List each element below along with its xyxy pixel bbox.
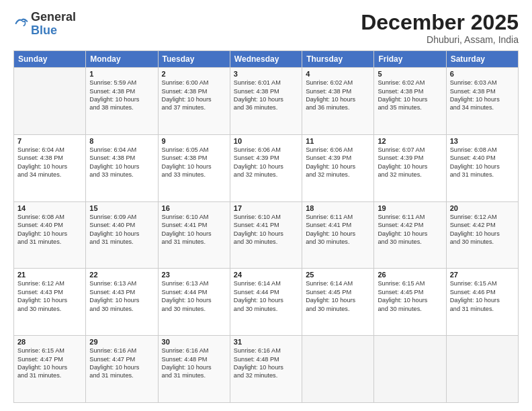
day-number-5: 5 bbox=[378, 70, 442, 78]
day-info-21: Sunrise: 6:12 AM Sunset: 4:43 PM Dayligh… bbox=[17, 279, 82, 313]
header-monday: Monday bbox=[86, 51, 158, 68]
title-area: December 2025 Dhuburi, Assam, India bbox=[361, 11, 519, 45]
day-info-31: Sunrise: 6:16 AM Sunset: 4:48 PM Dayligh… bbox=[234, 347, 298, 380]
header-tuesday: Tuesday bbox=[158, 51, 230, 68]
day-info-20: Sunrise: 6:12 AM Sunset: 4:42 PM Dayligh… bbox=[450, 213, 515, 246]
day-number-1: 1 bbox=[89, 70, 154, 78]
day-info-12: Sunrise: 6:07 AM Sunset: 4:39 PM Dayligh… bbox=[378, 146, 442, 179]
day-info-5: Sunrise: 6:02 AM Sunset: 4:38 PM Dayligh… bbox=[378, 79, 442, 112]
week-row-1: 1Sunrise: 5:59 AM Sunset: 4:38 PM Daylig… bbox=[14, 68, 519, 135]
day-number-14: 14 bbox=[17, 204, 82, 212]
day-number-16: 16 bbox=[162, 204, 226, 212]
cell-w4-d6: 26Sunrise: 6:15 AM Sunset: 4:45 PM Dayli… bbox=[374, 269, 446, 336]
cell-w3-d2: 15Sunrise: 6:09 AM Sunset: 4:40 PM Dayli… bbox=[86, 201, 158, 269]
cell-w3-d1: 14Sunrise: 6:08 AM Sunset: 4:40 PM Dayli… bbox=[14, 201, 86, 269]
day-info-26: Sunrise: 6:15 AM Sunset: 4:45 PM Dayligh… bbox=[378, 279, 442, 313]
cell-w5-d2: 29Sunrise: 6:16 AM Sunset: 4:47 PM Dayli… bbox=[86, 336, 158, 403]
cell-w5-d5 bbox=[302, 336, 374, 403]
location: Dhuburi, Assam, India bbox=[361, 34, 519, 45]
day-info-24: Sunrise: 6:14 AM Sunset: 4:44 PM Dayligh… bbox=[234, 279, 298, 313]
day-info-9: Sunrise: 6:05 AM Sunset: 4:38 PM Dayligh… bbox=[162, 146, 226, 179]
day-number-19: 19 bbox=[378, 204, 442, 212]
logo-icon bbox=[15, 17, 28, 30]
day-number-10: 10 bbox=[234, 137, 298, 145]
header-thursday: Thursday bbox=[302, 51, 374, 68]
day-number-30: 30 bbox=[162, 338, 226, 346]
day-number-6: 6 bbox=[450, 70, 515, 78]
cell-w5-d1: 28Sunrise: 6:15 AM Sunset: 4:47 PM Dayli… bbox=[14, 336, 86, 403]
calendar-table: Sunday Monday Tuesday Wednesday Thursday… bbox=[13, 50, 519, 403]
cell-w4-d2: 22Sunrise: 6:13 AM Sunset: 4:43 PM Dayli… bbox=[86, 269, 158, 336]
cell-w2-d2: 8Sunrise: 6:04 AM Sunset: 4:38 PM Daylig… bbox=[86, 134, 158, 201]
cell-w1-d4: 3Sunrise: 6:01 AM Sunset: 4:38 PM Daylig… bbox=[230, 68, 302, 135]
day-info-28: Sunrise: 6:15 AM Sunset: 4:47 PM Dayligh… bbox=[17, 347, 82, 380]
cell-w3-d3: 16Sunrise: 6:10 AM Sunset: 4:41 PM Dayli… bbox=[158, 201, 230, 269]
day-number-3: 3 bbox=[234, 70, 298, 78]
day-info-16: Sunrise: 6:10 AM Sunset: 4:41 PM Dayligh… bbox=[162, 213, 226, 246]
day-number-20: 20 bbox=[450, 204, 515, 212]
cell-w1-d7: 6Sunrise: 6:03 AM Sunset: 4:38 PM Daylig… bbox=[446, 68, 518, 135]
cell-w2-d7: 13Sunrise: 6:08 AM Sunset: 4:40 PM Dayli… bbox=[446, 134, 518, 201]
day-number-7: 7 bbox=[17, 137, 82, 145]
header-saturday: Saturday bbox=[446, 51, 518, 68]
day-info-27: Sunrise: 6:15 AM Sunset: 4:46 PM Dayligh… bbox=[450, 279, 515, 313]
day-info-22: Sunrise: 6:13 AM Sunset: 4:43 PM Dayligh… bbox=[89, 279, 154, 313]
day-info-14: Sunrise: 6:08 AM Sunset: 4:40 PM Dayligh… bbox=[17, 213, 82, 246]
day-info-7: Sunrise: 6:04 AM Sunset: 4:38 PM Dayligh… bbox=[17, 146, 82, 179]
day-number-11: 11 bbox=[306, 137, 370, 145]
month-title: December 2025 bbox=[361, 11, 519, 34]
cell-w3-d6: 19Sunrise: 6:11 AM Sunset: 4:42 PM Dayli… bbox=[374, 201, 446, 269]
week-row-3: 14Sunrise: 6:08 AM Sunset: 4:40 PM Dayli… bbox=[14, 201, 519, 269]
day-info-3: Sunrise: 6:01 AM Sunset: 4:38 PM Dayligh… bbox=[234, 79, 298, 112]
header-sunday: Sunday bbox=[14, 51, 86, 68]
cell-w1-d2: 1Sunrise: 5:59 AM Sunset: 4:38 PM Daylig… bbox=[86, 68, 158, 135]
cell-w5-d6 bbox=[374, 336, 446, 403]
cell-w3-d4: 17Sunrise: 6:10 AM Sunset: 4:41 PM Dayli… bbox=[230, 201, 302, 269]
cell-w3-d7: 20Sunrise: 6:12 AM Sunset: 4:42 PM Dayli… bbox=[446, 201, 518, 269]
day-info-19: Sunrise: 6:11 AM Sunset: 4:42 PM Dayligh… bbox=[378, 213, 442, 246]
weekday-header-row: Sunday Monday Tuesday Wednesday Thursday… bbox=[14, 51, 519, 68]
day-number-21: 21 bbox=[17, 271, 82, 279]
day-info-10: Sunrise: 6:06 AM Sunset: 4:39 PM Dayligh… bbox=[234, 146, 298, 179]
cell-w2-d3: 9Sunrise: 6:05 AM Sunset: 4:38 PM Daylig… bbox=[158, 134, 230, 201]
cell-w4-d7: 27Sunrise: 6:15 AM Sunset: 4:46 PM Dayli… bbox=[446, 269, 518, 336]
day-info-2: Sunrise: 6:00 AM Sunset: 4:38 PM Dayligh… bbox=[162, 79, 226, 112]
day-info-23: Sunrise: 6:13 AM Sunset: 4:44 PM Dayligh… bbox=[162, 279, 226, 313]
day-number-31: 31 bbox=[234, 338, 298, 346]
day-number-24: 24 bbox=[234, 271, 298, 279]
page-header: General Blue December 2025 Dhuburi, Assa… bbox=[13, 11, 519, 45]
day-number-9: 9 bbox=[162, 137, 226, 145]
day-number-17: 17 bbox=[234, 204, 298, 212]
day-number-27: 27 bbox=[450, 271, 515, 279]
cell-w4-d5: 25Sunrise: 6:14 AM Sunset: 4:45 PM Dayli… bbox=[302, 269, 374, 336]
week-row-2: 7Sunrise: 6:04 AM Sunset: 4:38 PM Daylig… bbox=[14, 134, 519, 201]
day-number-4: 4 bbox=[306, 70, 370, 78]
day-number-29: 29 bbox=[89, 338, 154, 346]
header-wednesday: Wednesday bbox=[230, 51, 302, 68]
logo: General Blue bbox=[13, 11, 76, 38]
day-info-11: Sunrise: 6:06 AM Sunset: 4:39 PM Dayligh… bbox=[306, 146, 370, 179]
cell-w4-d4: 24Sunrise: 6:14 AM Sunset: 4:44 PM Dayli… bbox=[230, 269, 302, 336]
day-info-13: Sunrise: 6:08 AM Sunset: 4:40 PM Dayligh… bbox=[450, 146, 515, 179]
day-number-26: 26 bbox=[378, 271, 442, 279]
day-number-23: 23 bbox=[162, 271, 226, 279]
week-row-5: 28Sunrise: 6:15 AM Sunset: 4:47 PM Dayli… bbox=[14, 336, 519, 403]
cell-w1-d5: 4Sunrise: 6:02 AM Sunset: 4:38 PM Daylig… bbox=[302, 68, 374, 135]
logo-blue-text: Blue bbox=[31, 24, 57, 37]
day-number-13: 13 bbox=[450, 137, 515, 145]
cell-w1-d1 bbox=[14, 68, 86, 135]
cell-w5-d7 bbox=[446, 336, 518, 403]
cell-w4-d1: 21Sunrise: 6:12 AM Sunset: 4:43 PM Dayli… bbox=[14, 269, 86, 336]
cell-w2-d5: 11Sunrise: 6:06 AM Sunset: 4:39 PM Dayli… bbox=[302, 134, 374, 201]
cell-w2-d6: 12Sunrise: 6:07 AM Sunset: 4:39 PM Dayli… bbox=[374, 134, 446, 201]
day-number-28: 28 bbox=[17, 338, 82, 346]
cell-w5-d4: 31Sunrise: 6:16 AM Sunset: 4:48 PM Dayli… bbox=[230, 336, 302, 403]
cell-w1-d3: 2Sunrise: 6:00 AM Sunset: 4:38 PM Daylig… bbox=[158, 68, 230, 135]
day-number-18: 18 bbox=[306, 204, 370, 212]
cell-w4-d3: 23Sunrise: 6:13 AM Sunset: 4:44 PM Dayli… bbox=[158, 269, 230, 336]
day-info-15: Sunrise: 6:09 AM Sunset: 4:40 PM Dayligh… bbox=[89, 213, 154, 246]
cell-w5-d3: 30Sunrise: 6:16 AM Sunset: 4:48 PM Dayli… bbox=[158, 336, 230, 403]
header-friday: Friday bbox=[374, 51, 446, 68]
cell-w2-d4: 10Sunrise: 6:06 AM Sunset: 4:39 PM Dayli… bbox=[230, 134, 302, 201]
day-info-29: Sunrise: 6:16 AM Sunset: 4:47 PM Dayligh… bbox=[89, 347, 154, 380]
